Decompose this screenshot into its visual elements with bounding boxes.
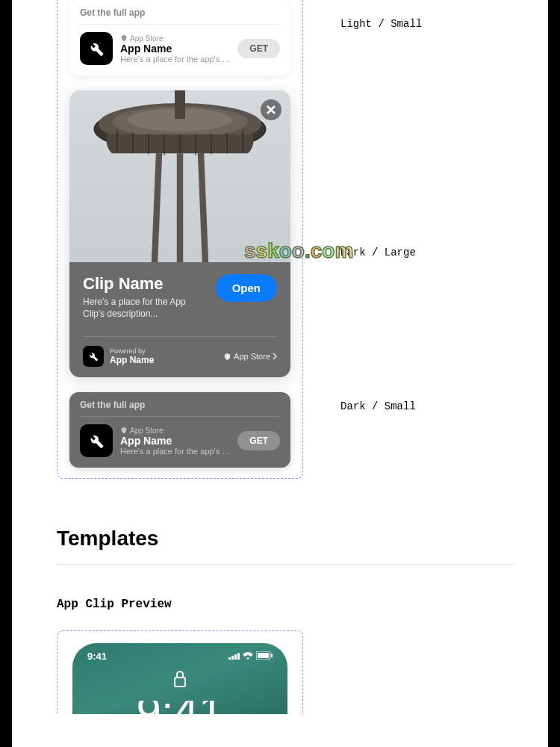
app-icon[interactable] bbox=[80, 424, 113, 457]
appstore-icon bbox=[223, 353, 231, 361]
get-button[interactable]: GET bbox=[237, 431, 280, 450]
space-needle-icon bbox=[75, 90, 284, 262]
svg-rect-21 bbox=[175, 678, 185, 686]
variant-label: Light / Small bbox=[340, 18, 422, 30]
card-light-small: Get the full app App Store App Name Here… bbox=[69, 0, 290, 75]
svg-rect-14 bbox=[228, 657, 231, 660]
divider bbox=[57, 564, 515, 565]
battery-icon bbox=[256, 651, 273, 660]
appstore-label: App Store bbox=[120, 427, 230, 435]
hero-image bbox=[69, 90, 290, 262]
open-button[interactable]: Open bbox=[216, 274, 277, 302]
powered-app-name: App Name bbox=[110, 355, 154, 365]
powered-by-label: Powered by bbox=[110, 347, 154, 355]
status-icons bbox=[228, 651, 273, 662]
close-icon bbox=[267, 105, 276, 114]
templates-heading: Templates bbox=[57, 527, 515, 551]
full-app-header: Get the full app bbox=[80, 7, 280, 25]
lock-icon bbox=[72, 669, 287, 692]
variant-label: Dark / Small bbox=[340, 400, 422, 412]
preview-group: 9:41 9:41 bbox=[57, 630, 303, 714]
svg-rect-20 bbox=[271, 654, 273, 657]
svg-rect-19 bbox=[258, 653, 269, 658]
wrench-icon bbox=[88, 40, 105, 57]
app-icon-small[interactable] bbox=[83, 346, 104, 367]
clip-name-label: Clip Name bbox=[83, 274, 207, 294]
appstore-icon bbox=[120, 34, 128, 42]
wrench-icon bbox=[88, 351, 99, 362]
signal-icon bbox=[228, 652, 240, 660]
card-dark-small: Get the full app App Store App Name Here… bbox=[69, 392, 290, 468]
variant-label: Dark / Large bbox=[340, 247, 422, 258]
svg-rect-17 bbox=[237, 653, 240, 660]
close-button[interactable] bbox=[261, 99, 281, 120]
full-app-header: Get the full app bbox=[80, 400, 280, 417]
clock-display: 9:41 bbox=[72, 701, 287, 714]
clip-description: Here's a place for the App Clip's descri… bbox=[83, 297, 207, 320]
status-time: 9:41 bbox=[87, 651, 107, 662]
page-border-right bbox=[548, 0, 560, 729]
appstore-link[interactable]: App Store bbox=[223, 352, 277, 361]
page-border-left bbox=[0, 0, 12, 729]
wifi-icon bbox=[243, 652, 253, 660]
appstore-label: App Store bbox=[120, 34, 230, 43]
get-button[interactable]: GET bbox=[237, 39, 280, 58]
app-name-label: App Name bbox=[120, 435, 230, 447]
svg-rect-15 bbox=[231, 656, 234, 660]
app-name-label: App Name bbox=[120, 43, 230, 55]
phone-mockup: 9:41 9:41 bbox=[72, 643, 287, 714]
svg-rect-4 bbox=[175, 90, 185, 119]
app-description: Here's a place for the app's desc... bbox=[120, 55, 230, 63]
component-group: Get the full app App Store App Name Here… bbox=[57, 0, 303, 479]
appstore-icon bbox=[120, 427, 128, 434]
app-description: Here's a place for the app's desc... bbox=[120, 447, 230, 456]
svg-rect-16 bbox=[234, 654, 237, 660]
card-dark-large: Clip Name Here's a place for the App Cli… bbox=[69, 90, 290, 377]
chevron-right-icon bbox=[273, 353, 277, 360]
app-icon[interactable] bbox=[80, 32, 113, 65]
app-clip-preview-heading: App Clip Preview bbox=[57, 598, 515, 611]
wrench-icon bbox=[88, 433, 105, 449]
